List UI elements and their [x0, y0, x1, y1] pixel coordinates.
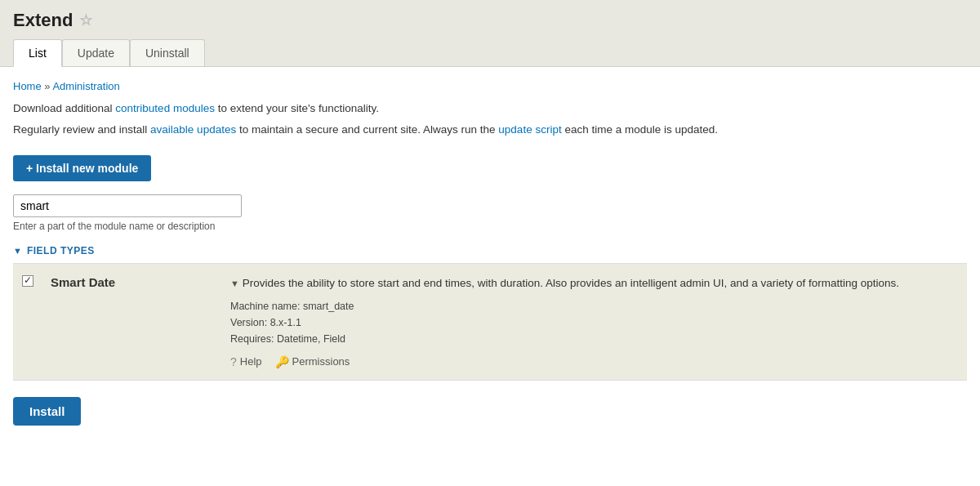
page-title-text: Extend: [13, 10, 73, 31]
module-help-link[interactable]: ? Help: [230, 355, 262, 368]
page-wrapper: Extend ☆ List Update Uninstall Home » Ad…: [0, 0, 980, 486]
field-types-section-header: ▼ FIELD TYPES: [13, 245, 967, 256]
help-link-label: Help: [240, 355, 262, 368]
info-line1-suffix: to extend your site's functionality.: [215, 102, 379, 114]
page-title: Extend ☆: [13, 10, 967, 31]
info-line2-suffix: each time a module is updated.: [562, 123, 718, 136]
tab-uninstall[interactable]: Uninstall: [130, 39, 205, 66]
module-machine-name: Machine name: smart_date: [230, 298, 959, 314]
help-icon: ?: [230, 355, 237, 368]
breadcrumb-home[interactable]: Home: [13, 80, 42, 92]
module-checkbox[interactable]: [22, 275, 33, 287]
update-script-link[interactable]: update script: [498, 123, 561, 136]
install-new-module-button[interactable]: + Install new module: [13, 155, 151, 181]
field-types-triangle-icon[interactable]: ▼: [13, 246, 22, 256]
module-desc-cell: ▼ Provides the ability to store start an…: [222, 263, 967, 380]
info-line2-mid: to maintain a secure and current site. A…: [236, 123, 498, 136]
info-line2-prefix: Regularly review and install: [13, 123, 150, 136]
info-line1-prefix: Download additional: [13, 102, 115, 114]
permissions-icon: 🔑: [275, 355, 289, 368]
info-line1: Download additional contributed modules …: [13, 100, 967, 117]
tab-list[interactable]: List: [13, 39, 62, 67]
favorite-star-icon[interactable]: ☆: [79, 11, 92, 29]
module-links: ? Help 🔑 Permissions: [230, 355, 959, 368]
modules-table: Smart Date ▼ Provides the ability to sto…: [13, 263, 967, 381]
search-hint: Enter a part of the module name or descr…: [13, 221, 967, 232]
search-area: [13, 194, 967, 217]
field-types-label: FIELD TYPES: [27, 245, 95, 256]
permissions-link-label: Permissions: [292, 355, 350, 368]
bottom-install-button[interactable]: Install: [13, 397, 81, 426]
module-requires: Requires: Datetime, Field: [230, 331, 959, 347]
breadcrumb-administration[interactable]: Administration: [52, 80, 119, 92]
content-area: Home » Administration Download additiona…: [0, 66, 980, 453]
breadcrumb-separator: »: [44, 80, 52, 92]
search-input[interactable]: [13, 194, 242, 217]
module-checkbox-cell: [13, 263, 42, 380]
available-updates-link[interactable]: available updates: [150, 123, 236, 136]
info-line2: Regularly review and install available u…: [13, 122, 967, 138]
module-name: Smart Date: [51, 275, 115, 289]
tabs-container: List Update Uninstall: [13, 39, 967, 66]
desc-triangle-icon: ▼: [230, 279, 239, 288]
module-meta: Machine name: smart_date Version: 8.x-1.…: [230, 298, 959, 347]
contributed-modules-link[interactable]: contributed modules: [115, 102, 215, 114]
breadcrumb: Home » Administration: [13, 80, 967, 92]
module-description-text: Provides the ability to store start and …: [243, 277, 899, 289]
module-version: Version: 8.x-1.1: [230, 314, 959, 331]
page-header: Extend ☆ List Update Uninstall: [0, 0, 980, 66]
tab-update[interactable]: Update: [62, 39, 130, 66]
module-permissions-link[interactable]: 🔑 Permissions: [275, 355, 350, 368]
table-row: Smart Date ▼ Provides the ability to sto…: [13, 263, 967, 380]
module-name-cell: Smart Date: [42, 263, 222, 380]
module-description: ▼ Provides the ability to store start an…: [230, 275, 959, 292]
